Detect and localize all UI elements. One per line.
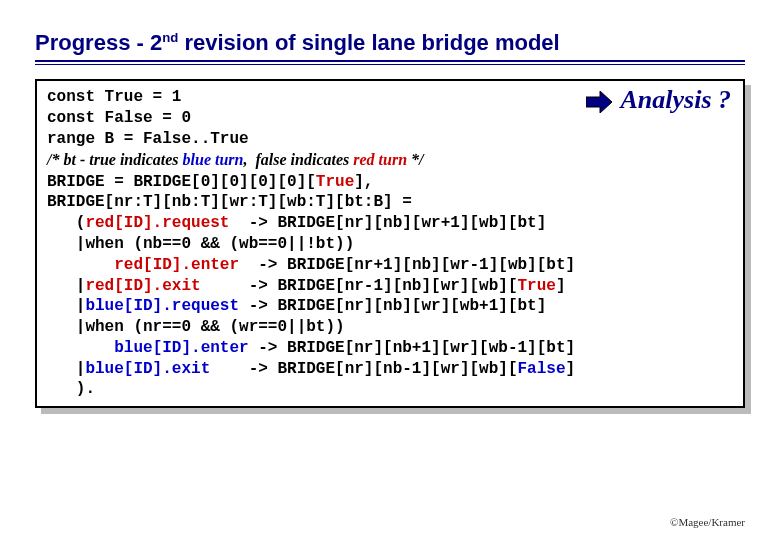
t: red[ID].enter	[114, 256, 239, 274]
code-box: Analysis ? const True = 1 const False = …	[35, 79, 745, 408]
t: |	[47, 297, 85, 315]
title-rule	[35, 60, 745, 65]
code-line: |when (nr==0 && (wr==0||bt))	[47, 318, 345, 336]
code-line: const False = 0	[47, 109, 191, 127]
arrow-icon	[586, 91, 612, 113]
t: ]	[566, 360, 576, 378]
t: -> BRIDGE[nr-1][nb][wr][wb][	[201, 277, 518, 295]
code-comment: /* bt - true indicates blue turn, false …	[47, 151, 424, 168]
analysis-label: Analysis ?	[620, 85, 731, 114]
t: ]	[556, 277, 566, 295]
code-line: BRIDGE[nr:T][nb:T][wr:T][wb:T][bt:B] =	[47, 193, 412, 211]
t: -> BRIDGE[nr][nb][wr][wb+1][bt]	[239, 297, 546, 315]
code-line: |red[ID].exit -> BRIDGE[nr-1][nb][wr][wb…	[47, 277, 566, 295]
t: -> BRIDGE[nr][nb+1][wr][wb-1][bt]	[249, 339, 575, 357]
code-line: const True = 1	[47, 88, 181, 106]
t: (	[47, 214, 85, 232]
slide-title: Progress - 2nd revision of single lane b…	[35, 30, 745, 60]
code-content: const True = 1 const False = 0 range B =…	[35, 79, 745, 408]
code-line: range B = False..True	[47, 130, 249, 148]
t: red[ID].exit	[85, 277, 200, 295]
code-line: |blue[ID].request -> BRIDGE[nr][nb][wr][…	[47, 297, 546, 315]
t: /*	[47, 151, 63, 168]
t: -> BRIDGE[nr][nb][wr+1][wb][bt]	[229, 214, 546, 232]
t: blue turn	[183, 151, 244, 168]
t: |	[47, 360, 85, 378]
code-line: (red[ID].request -> BRIDGE[nr][nb][wr+1]…	[47, 214, 546, 232]
code-line: |when (nb==0 && (wb==0||!bt))	[47, 235, 354, 253]
t: blue[ID].request	[85, 297, 239, 315]
t: True	[517, 277, 555, 295]
code-line: |blue[ID].exit -> BRIDGE[nr][nb-1][wr][w…	[47, 360, 575, 378]
t: False	[517, 360, 565, 378]
code-line: red[ID].enter -> BRIDGE[nr+1][nb][wr-1][…	[47, 256, 575, 274]
t: red turn	[353, 151, 407, 168]
code-line: blue[ID].enter -> BRIDGE[nr][nb+1][wr][w…	[47, 339, 575, 357]
t: */	[407, 151, 423, 168]
title-post: revision of single lane bridge model	[178, 30, 559, 55]
code-line: BRIDGE = BRIDGE[0][0][0][0][True],	[47, 173, 373, 191]
t: True	[316, 173, 354, 191]
t	[47, 256, 114, 274]
copyright-footer: ©Magee/Kramer	[670, 516, 745, 528]
title-sup: nd	[162, 30, 178, 45]
t: -> BRIDGE[nr][nb-1][wr][wb][	[210, 360, 517, 378]
slide: Progress - 2nd revision of single lane b…	[0, 0, 780, 540]
t: , false indicates	[244, 151, 354, 168]
t: blue[ID].exit	[85, 360, 210, 378]
t	[47, 339, 114, 357]
t: |	[47, 277, 85, 295]
t: ],	[354, 173, 373, 191]
code-line: ).	[47, 380, 95, 398]
t: bt	[63, 151, 75, 168]
t: - true indicates	[76, 151, 183, 168]
t: blue[ID].enter	[114, 339, 248, 357]
t: red[ID].request	[85, 214, 229, 232]
title-pre: Progress - 2	[35, 30, 162, 55]
analysis-callout: Analysis ?	[586, 85, 731, 115]
t: BRIDGE = BRIDGE[0][0][0][0][	[47, 173, 316, 191]
t: -> BRIDGE[nr+1][nb][wr-1][wb][bt]	[239, 256, 575, 274]
